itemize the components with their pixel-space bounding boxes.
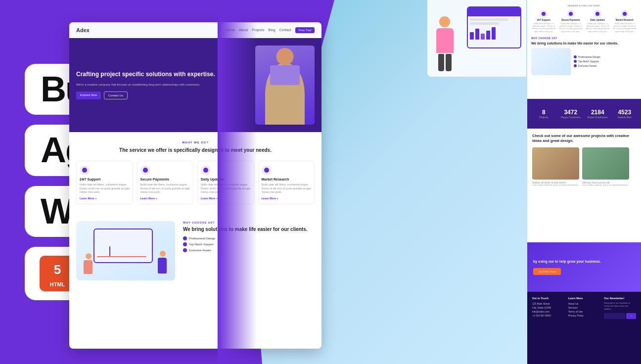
why-screen: [93, 228, 153, 263]
stat-value-3: 4523: [613, 109, 637, 116]
side-service-mini-2: Daily Updates Nulla vitae elit libero, a…: [585, 10, 610, 33]
side-mini-text-0: Nulla vitae elit libero, a pharetra augu…: [531, 22, 556, 33]
service-icon-0: [80, 165, 90, 175]
footer-newsletter-text: Subscribe to our newsletter to receive t…: [604, 302, 636, 311]
float-screen: [467, 6, 521, 48]
main-website-preview: Adex Home About Projects Blog Contact Fr…: [69, 22, 321, 349]
side-service-mini-1: Secure Payments Nulla vitae elit libero,…: [558, 10, 584, 33]
side-service-icons-row: 24/7 Support Nulla vitae elit libero, a …: [531, 10, 637, 33]
service-title-1: Secure Payments: [140, 178, 190, 181]
cta-text: by using our to help grow your business.: [533, 259, 601, 264]
project-image-0: [532, 147, 579, 180]
project-subcaption-0: Cras mattis iudicium purus sit amet ferm…: [532, 184, 579, 186]
why-section: WHY CHOOSE US? We bring solutions to mak…: [69, 213, 321, 288]
service-link-1[interactable]: Learn More +: [140, 197, 190, 200]
side-mini-title-0: 24/7 Support: [531, 19, 556, 21]
side-why-title: We bring solutions to make life easier f…: [531, 41, 637, 46]
side-stats-bar: 8 Projects 3472 Happy Customers 2184 Exp…: [527, 99, 641, 129]
side-feature-label-2: Exclusive Assets: [578, 64, 596, 67]
stat-2: 2184 Expert Employees: [586, 109, 609, 119]
service-card-3: Market Research Nulla vitae elit libero,…: [258, 161, 315, 204]
why-feature-text-1: Top-Notch Support: [189, 243, 214, 246]
nav-free-trial[interactable]: Free Trial: [295, 27, 315, 33]
why-person-right: [158, 251, 168, 275]
nav-contact[interactable]: Contact: [279, 28, 291, 32]
side-feature-label-0: Professional Design: [578, 55, 600, 58]
side-cta-section: by using our to help grow your business.…: [527, 242, 641, 292]
floating-illustration: [432, 5, 521, 72]
services-title: The service we offer is specifically des…: [76, 147, 315, 154]
why-person-left: [84, 253, 93, 275]
why-bar: [109, 246, 110, 256]
stat-label-0: Projects: [532, 116, 555, 119]
footer-touch-content: 123 Main StreetCity, State 12345info@ade…: [532, 302, 564, 318]
services-section: WHAT WE DO? The service we offer is spec…: [69, 132, 321, 213]
side-feature-label-1: Top-Notch Support: [578, 60, 599, 63]
services-cards: 24/7 Support Nulla vitae elit libero, a …: [76, 161, 315, 204]
blend-overlay: [218, 0, 257, 364]
newsletter-form: →: [604, 313, 636, 319]
why-feature-text-2: Exclusive Assets: [189, 249, 211, 252]
explore-button[interactable]: Explore Now: [76, 91, 101, 99]
adex-navbar: Adex Home About Projects Blog Contact Fr…: [69, 22, 321, 38]
side-why-tag: WHY CHOOSE US?: [531, 37, 637, 40]
service-title-0: 24/7 Support: [80, 178, 130, 181]
side-service-mini-0: 24/7 Support Nulla vitae elit libero, a …: [531, 10, 556, 33]
hero-person-head: [276, 48, 294, 65]
stat-3: 4523 Awards Won: [613, 109, 637, 119]
services-tag: WHAT WE DO?: [76, 141, 315, 144]
hero-person-body: [265, 63, 305, 125]
service-card-1: Secure Payments Nulla vitae elit libero,…: [137, 161, 194, 204]
float-person: [435, 16, 455, 71]
stat-1: 3472 Happy Customers: [559, 109, 583, 119]
service-link-3[interactable]: Learn More +: [262, 197, 312, 200]
service-text-0: Nulla vitae elit libero, a pharetra augu…: [80, 183, 130, 194]
side-why-mini: WHY CHOOSE US? We bring solutions to mak…: [531, 37, 637, 75]
footer-columns: Get in Touch 123 Main StreetCity, State …: [532, 297, 636, 319]
service-text-3: Nulla vitae elit libero, a pharetra augu…: [262, 183, 312, 194]
stat-value-2: 2184: [586, 109, 609, 116]
service-card-0: 24/7 Support Nulla vitae elit libero, a …: [76, 161, 133, 204]
hero-person-bg: [255, 46, 315, 125]
newsletter-input[interactable]: [604, 313, 625, 319]
why-feature-text-0: Professional Design: [189, 237, 215, 240]
why-art: [84, 226, 168, 275]
side-feature-1: Top-Notch Support: [574, 60, 600, 63]
why-chart-line: [97, 256, 146, 257]
float-screen-content: [468, 16, 520, 42]
stat-value-0: 8: [532, 109, 555, 116]
why-illustration: [76, 221, 175, 280]
cta-button[interactable]: Try it for Free: [533, 268, 561, 275]
contact-button[interactable]: Contact Us: [104, 91, 128, 99]
side-website-preview: designed to meet your needs. 24/7 Suppor…: [527, 0, 641, 364]
side-feature-2: Exclusive Assets: [574, 64, 600, 67]
footer-newsletter-title: Our Newsletter!: [604, 297, 636, 300]
service-icon-1: [140, 165, 150, 175]
side-why-content: Professional Design Top-Notch Support Ex…: [531, 48, 637, 75]
side-projects-section: Check out some of our awesome projects w…: [527, 129, 641, 242]
footer-col-learn: Learn More About UsServicesTerms of UseP…: [568, 297, 600, 319]
stat-0: 8 Projects: [532, 109, 555, 119]
hero-image: [255, 46, 315, 125]
float-chart-bars: [470, 27, 518, 40]
service-icon-3: [262, 165, 272, 175]
stat-value-1: 3472: [559, 109, 583, 116]
side-mini-text-2: Nulla vitae elit libero, a pharetra augu…: [585, 22, 610, 33]
project-images: Nullam id dolor id wisi lorem Cras matti…: [532, 147, 636, 186]
side-services-desc: designed to meet your needs.: [531, 4, 637, 7]
side-mini-title-2: Daily Updates: [585, 19, 610, 21]
nav-blog[interactable]: Blog: [269, 28, 275, 32]
service-link-0[interactable]: Learn More +: [80, 197, 130, 200]
service-text-1: Nulla vitae elit libero, a pharetra augu…: [140, 183, 190, 194]
footer-touch-title: Get in Touch: [532, 297, 564, 300]
hero-person-shirt: [270, 65, 300, 85]
float-illus-content: [432, 6, 521, 71]
service-title-3: Market Research: [262, 178, 312, 181]
projects-title: Check out some of our awesome projects w…: [532, 134, 636, 143]
newsletter-submit[interactable]: →: [626, 313, 636, 319]
footer-learn-links: About UsServicesTerms of UsePrivacy Poli…: [568, 302, 600, 318]
side-mini-title-3: Market Research: [612, 19, 638, 21]
side-footer: Get in Touch 123 Main StreetCity, State …: [527, 292, 641, 364]
project-item-0: Nullam id dolor id wisi lorem Cras matti…: [532, 147, 579, 186]
project-image-1: [582, 147, 629, 180]
